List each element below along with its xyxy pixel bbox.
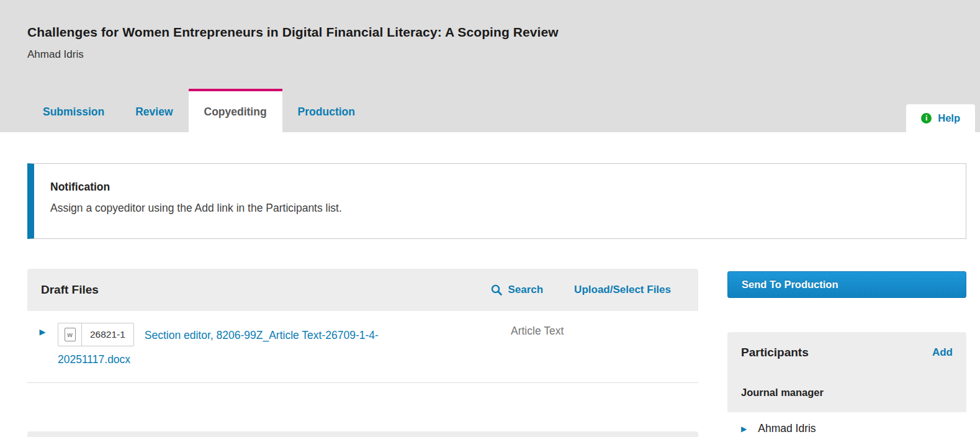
help-label: Help <box>938 112 960 124</box>
search-icon <box>491 284 502 295</box>
word-document-icon: w <box>58 323 82 346</box>
participant-name: Ahmad Idris <box>758 422 816 435</box>
expand-file-arrow-icon[interactable]: ▶ <box>27 327 58 336</box>
file-type-label: Article Text <box>511 325 564 338</box>
draft-files-panel: Draft Files Search Upload/Select Files ▶… <box>27 269 698 383</box>
workflow-sidebar: Send To Production Participants Add Jour… <box>727 271 966 437</box>
notification-title: Notification <box>50 181 950 194</box>
submission-header-band: Challenges for Women Entrepreneurs in Di… <box>0 0 980 132</box>
notification-message: Assign a copyeditor using the Add link i… <box>50 202 950 215</box>
send-to-production-button[interactable]: Send To Production <box>727 271 966 298</box>
page-title: Challenges for Women Entrepreneurs in Di… <box>27 25 559 40</box>
tab-review[interactable]: Review <box>120 89 188 132</box>
file-name-cell: w 26821-1 Section editor, 8206-99Z_Artic… <box>58 323 446 371</box>
participant-role-heading: Journal manager <box>741 359 953 412</box>
page-author: Ahmad Idris <box>27 48 84 61</box>
notification-box: Notification Assign a copyeditor using t… <box>27 163 966 239</box>
draft-file-row: ▶ w 26821-1 Section editor, 8206-99Z_Art… <box>27 311 698 383</box>
file-id-pill: w 26821-1 <box>58 323 134 346</box>
participants-title: Participants <box>741 346 809 359</box>
participants-header: Participants Add Journal manager <box>727 332 966 412</box>
help-button[interactable]: i Help <box>906 104 975 132</box>
next-panel-top-edge <box>27 431 698 437</box>
participants-panel: Participants Add Journal manager ▶ Ahmad… <box>727 332 966 437</box>
expand-participant-arrow-icon[interactable]: ▶ <box>741 425 747 433</box>
tab-submission[interactable]: Submission <box>27 89 120 132</box>
search-button[interactable]: Search <box>491 284 543 296</box>
file-id: 26821-1 <box>82 323 133 346</box>
tab-production[interactable]: Production <box>282 89 371 132</box>
search-label: Search <box>508 284 543 296</box>
workflow-tab-bar: Submission Review Copyediting Production <box>27 89 371 132</box>
upload-select-files-button[interactable]: Upload/Select Files <box>574 284 671 296</box>
upload-select-files-label: Upload/Select Files <box>574 284 671 296</box>
tab-copyediting[interactable]: Copyediting <box>189 89 282 132</box>
draft-files-actions: Search Upload/Select Files <box>491 284 671 296</box>
participant-row: ▶ Ahmad Idris <box>727 412 966 437</box>
draft-files-title: Draft Files <box>41 283 99 297</box>
info-circle-icon: i <box>921 113 932 124</box>
draft-files-header: Draft Files Search Upload/Select Files <box>27 269 698 311</box>
add-participant-button[interactable]: Add <box>932 346 953 359</box>
